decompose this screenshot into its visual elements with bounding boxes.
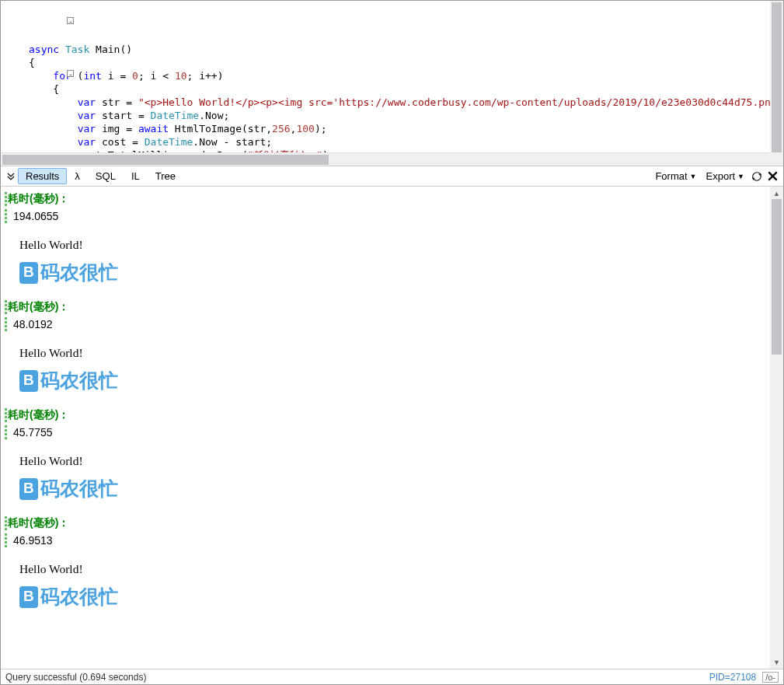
result-header: 耗时(毫秒)： bbox=[5, 407, 770, 423]
results-tab-tree[interactable]: Tree bbox=[148, 168, 183, 184]
results-vertical-scrollbar[interactable]: ▲ ▼ bbox=[770, 187, 783, 669]
editor-horizontal-scrollbar[interactable] bbox=[1, 152, 770, 166]
editor-vertical-scrollbar[interactable] bbox=[770, 1, 783, 152]
result-hello-text: Hello World! bbox=[19, 454, 770, 468]
status-bar: Query successful (0.694 seconds) PID=271… bbox=[1, 669, 783, 684]
result-block: 耗时(毫秒)： 194.0655 Hello World! 码农很忙 bbox=[12, 191, 770, 285]
code-editor[interactable]: async Task Main() { for (int i = 0; i < … bbox=[1, 1, 783, 166]
result-value: 194.0655 bbox=[13, 210, 58, 222]
fold-icon[interactable] bbox=[67, 70, 74, 77]
result-block: 耗时(毫秒)： 48.0192 Hello World! 码农很忙 bbox=[12, 299, 770, 393]
scroll-down-icon[interactable]: ▼ bbox=[770, 655, 783, 669]
scrollbar-thumb[interactable] bbox=[772, 2, 782, 158]
scrollbar-thumb[interactable] bbox=[2, 155, 329, 165]
result-logo: 码农很忙 bbox=[19, 476, 770, 502]
logo-b-icon bbox=[19, 586, 38, 608]
scroll-corner bbox=[770, 152, 783, 166]
result-header-label: 耗时(毫秒)： bbox=[8, 300, 69, 314]
result-header: 耗时(毫秒)： bbox=[5, 191, 770, 207]
logo-text: 码农很忙 bbox=[40, 476, 118, 502]
fold-gutter bbox=[1, 1, 27, 166]
results-tab-λ[interactable]: λ bbox=[67, 168, 88, 184]
results-content[interactable]: 耗时(毫秒)： 194.0655 Hello World! 码农很忙 耗时(毫秒… bbox=[1, 187, 770, 669]
results-tab-results[interactable]: Results bbox=[18, 168, 67, 184]
scroll-up-icon[interactable]: ▲ bbox=[770, 187, 783, 200]
result-logo: 码农很忙 bbox=[19, 260, 770, 285]
result-value: 45.7755 bbox=[13, 426, 53, 439]
result-value: 48.0192 bbox=[13, 318, 53, 330]
results-tab-sql[interactable]: SQL bbox=[88, 168, 124, 184]
result-header-label: 耗时(毫秒)： bbox=[8, 192, 69, 206]
logo-b-icon bbox=[19, 262, 38, 284]
collapse-arrow-icon[interactable] bbox=[4, 170, 18, 183]
result-header-label: 耗时(毫秒)： bbox=[8, 516, 69, 530]
result-header: 耗时(毫秒)： bbox=[5, 515, 770, 531]
logo-b-icon bbox=[19, 370, 38, 392]
logo-text: 码农很忙 bbox=[40, 368, 118, 393]
scrollbar-thumb[interactable] bbox=[772, 199, 782, 355]
result-hello-text: Hello World! bbox=[19, 238, 770, 252]
result-hello-text: Hello World! bbox=[19, 346, 770, 360]
code-body[interactable]: async Task Main() { for (int i = 0; i < … bbox=[1, 40, 783, 166]
result-value-row: 45.7755 bbox=[5, 425, 770, 440]
results-toolbar: ResultsλSQLILTree Format ▼ Export ▼ bbox=[1, 166, 783, 187]
result-logo: 码农很忙 bbox=[19, 368, 770, 393]
fold-icon[interactable] bbox=[67, 17, 74, 24]
code-editor-pane: async Task Main() { for (int i = 0; i < … bbox=[1, 1, 783, 166]
result-value-row: 46.9513 bbox=[5, 533, 770, 548]
result-block: 耗时(毫秒)： 46.9513 Hello World! 码农很忙 bbox=[12, 515, 770, 610]
close-icon[interactable] bbox=[765, 169, 780, 184]
result-header-label: 耗时(毫秒)： bbox=[8, 408, 69, 422]
status-pid: PID=27108 bbox=[709, 672, 756, 683]
result-block: 耗时(毫秒)： 45.7755 Hello World! 码农很忙 bbox=[12, 407, 770, 502]
refresh-icon[interactable] bbox=[749, 169, 765, 184]
logo-text: 码农很忙 bbox=[40, 260, 118, 285]
result-value-row: 194.0655 bbox=[5, 208, 770, 224]
logo-text: 码农很忙 bbox=[40, 584, 118, 610]
result-logo: 码农很忙 bbox=[19, 584, 770, 610]
result-value-row: 48.0192 bbox=[5, 316, 770, 332]
results-pane: 耗时(毫秒)： 194.0655 Hello World! 码农很忙 耗时(毫秒… bbox=[1, 187, 783, 669]
result-header: 耗时(毫秒)： bbox=[5, 299, 770, 315]
logo-b-icon bbox=[19, 478, 38, 500]
status-optimize[interactable]: /o- bbox=[762, 672, 779, 683]
result-hello-text: Hello World! bbox=[19, 562, 770, 576]
format-button[interactable]: Format ▼ bbox=[650, 168, 701, 184]
result-value: 46.9513 bbox=[13, 534, 53, 547]
status-message: Query successful (0.694 seconds) bbox=[5, 672, 146, 683]
export-button[interactable]: Export ▼ bbox=[702, 168, 750, 184]
results-tab-il[interactable]: IL bbox=[124, 168, 148, 184]
